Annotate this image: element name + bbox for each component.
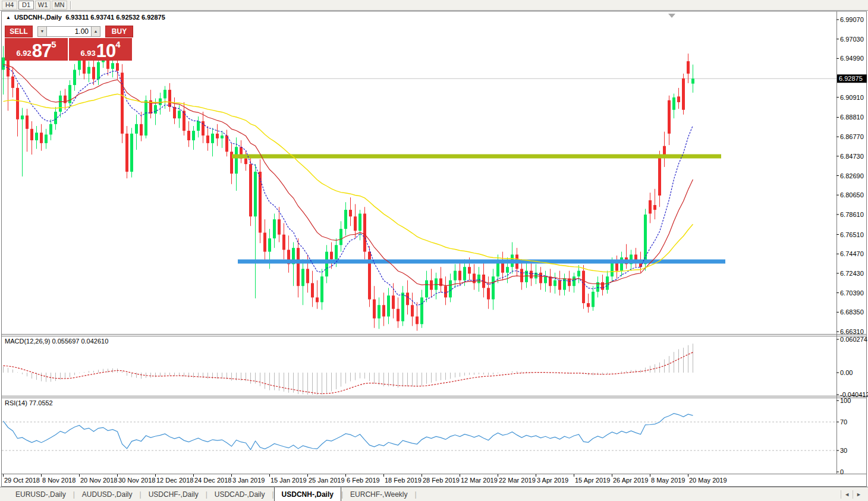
svg-text:6.82690: 6.82690 [840,172,864,179]
svg-text:6.84730: 6.84730 [840,153,864,160]
svg-text:6.88810: 6.88810 [840,114,864,121]
svg-text:30: 30 [840,447,847,454]
chart-tab-eurusddaily[interactable]: EURUSD-,Daily [8,487,73,501]
buy-button[interactable]: BUY [105,26,133,37]
svg-text:6.99070: 6.99070 [840,16,864,23]
close-value: 6.92875 [141,14,165,21]
rsi-value: 77.0552 [29,399,53,407]
timeframe-toolbar: H4D1W1MN [0,0,868,11]
svg-text:20 May 2019: 20 May 2019 [689,477,727,484]
chart-tabs: EURUSD-,Daily|AUDUSD-,Daily|USDCHF-,Dail… [0,487,841,501]
svg-text:6 Feb 2019: 6 Feb 2019 [347,477,380,484]
one-click-trading-panel: SELL ▼ ▲ BUY 6.92 87 5 6.93 10 4 [5,25,133,61]
macd-signal-value: 0.042610 [81,338,108,345]
svg-text:6.80650: 6.80650 [840,191,864,198]
tab-scroll-right-button[interactable]: ► [853,490,864,499]
svg-text:6.70390: 6.70390 [840,289,864,297]
sell-price-display[interactable]: 6.92 87 5 [5,38,68,61]
svg-text:0.060274: 0.060274 [840,336,867,343]
volume-control: ▼ ▲ [33,26,105,37]
macd-main-value: 0.055697 [52,338,79,345]
volume-increase-button[interactable]: ▲ [91,26,100,37]
chevron-up-icon: ▲ [94,29,98,33]
rsi-indicator-label: RSI(14) 77.0552 [5,399,53,407]
svg-text:6.66310: 6.66310 [840,328,864,335]
arrow-right-icon: ► [856,491,861,497]
chart-tab-usdcnhdaily[interactable]: USDCNH-,Daily [274,487,341,501]
sell-price-big-digits: 87 [32,42,51,60]
buy-price-prefix: 6.93 [80,47,95,60]
sell-button[interactable]: SELL [5,26,33,37]
sell-price-prefix: 6.92 [16,47,31,60]
chart-tab-usdchfdaily[interactable]: USDCHF-,Daily [141,487,206,501]
trade-panel-toggle-arrow[interactable]: ▲ [6,15,11,20]
volume-decrease-button[interactable]: ▼ [37,26,47,37]
ma-mid [4,64,693,285]
macd-histogram [4,344,693,395]
svg-text:6.90910: 6.90910 [840,94,864,101]
timeframe-button-H4[interactable]: H4 [2,1,17,10]
chart-tab-usdcaddaily[interactable]: USDCAD-,Daily [207,487,272,501]
svg-text:18 Feb 2019: 18 Feb 2019 [385,477,422,484]
buy-price-pip-digit: 4 [115,40,120,49]
macd-indicator-label: MACD(12,26,9) 0.055697 0.042610 [5,338,108,345]
svg-text:26 Apr 2019: 26 Apr 2019 [613,477,648,484]
svg-text:6.74470: 6.74470 [840,250,864,257]
timeframe-button-W1[interactable]: W1 [35,1,51,10]
svg-text:12 Dec 2018: 12 Dec 2018 [156,477,193,484]
svg-text:6.78610: 6.78610 [840,211,864,218]
macd-axis[interactable]: 0.0602740.00-0.040412 [836,336,868,398]
chart-title: ▲USDCNH-,Daily 6.93311 6.93741 6.92532 6… [6,14,165,21]
svg-text:0.00: 0.00 [840,369,853,376]
svg-text:20 Nov 2018: 20 Nov 2018 [80,477,117,484]
rsi-axis[interactable]: 10070300 [836,397,851,475]
timeframe-button-MN[interactable]: MN [52,1,67,10]
svg-text:25 Jan 2019: 25 Jan 2019 [309,477,345,484]
chart-tab-audusddaily[interactable]: AUDUSD-,Daily [75,487,140,501]
candles [2,46,694,330]
svg-text:8 Nov 2018: 8 Nov 2018 [42,477,76,484]
last-bar-marker-icon [668,14,675,18]
timeframe-button-D1[interactable]: D1 [18,1,34,10]
svg-text:22 Mar 2019: 22 Mar 2019 [499,477,536,484]
svg-text:3 Apr 2019: 3 Apr 2019 [537,477,568,484]
svg-text:70: 70 [840,418,847,426]
svg-text:29 Oct 2018: 29 Oct 2018 [4,477,40,484]
price-axis[interactable]: 6.990706.970306.949906.909106.888106.867… [836,16,864,335]
svg-text:0: 0 [840,468,844,475]
svg-text:6.72430: 6.72430 [840,270,864,277]
chart-tab-bar: EURUSD-,Daily|AUDUSD-,Daily|USDCHF-,Dail… [0,487,868,501]
svg-text:6.97030: 6.97030 [840,36,864,43]
tab-scroll-left-button[interactable]: ◄ [841,490,853,499]
svg-text:3 Jan 2019: 3 Jan 2019 [232,477,265,484]
date-axis[interactable]: 29 Oct 20188 Nov 201820 Nov 201830 Nov 2… [4,474,727,484]
svg-text:6.86770: 6.86770 [840,133,864,140]
chart-tab-eurchfweekly[interactable]: EURCHF-,Weekly [343,487,414,501]
volume-input[interactable] [47,26,91,37]
svg-text:12 Mar 2019: 12 Mar 2019 [461,477,498,484]
svg-text:6.76510: 6.76510 [840,231,864,238]
tab-separator: | [415,487,417,501]
svg-text:24 Dec 2018: 24 Dec 2018 [194,477,231,484]
tab-scroll-controls: ◄ ► [841,487,868,501]
open-value: 6.93311 [65,14,89,21]
rsi-name: RSI(14) [5,399,27,407]
symbol-period-label: USDCNH-,Daily [14,14,62,21]
svg-text:30 Nov 2018: 30 Nov 2018 [118,477,155,484]
svg-text:15 Apr 2019: 15 Apr 2019 [575,477,610,484]
svg-text:15 Jan 2019: 15 Jan 2019 [271,477,307,484]
rsi-line [4,414,693,450]
ma-fast [4,66,693,305]
buy-price-big-digits: 10 [96,42,115,60]
svg-text:100: 100 [840,397,851,404]
arrow-left-icon: ◄ [844,491,850,497]
svg-text:6.68350: 6.68350 [840,308,864,316]
price-chart-canvas[interactable]: 6.990706.970306.949906.909106.888106.867… [0,0,868,501]
current-price-tag: 6.92875 [837,74,867,83]
svg-text:6.94990: 6.94990 [840,55,864,62]
ma-slow [4,94,693,272]
buy-price-display[interactable]: 6.93 10 4 [69,38,132,61]
terminal-window: 6.990706.970306.949906.909106.888106.867… [0,0,868,501]
high-value: 6.93741 [90,14,114,21]
svg-text:8 May 2019: 8 May 2019 [651,477,685,484]
